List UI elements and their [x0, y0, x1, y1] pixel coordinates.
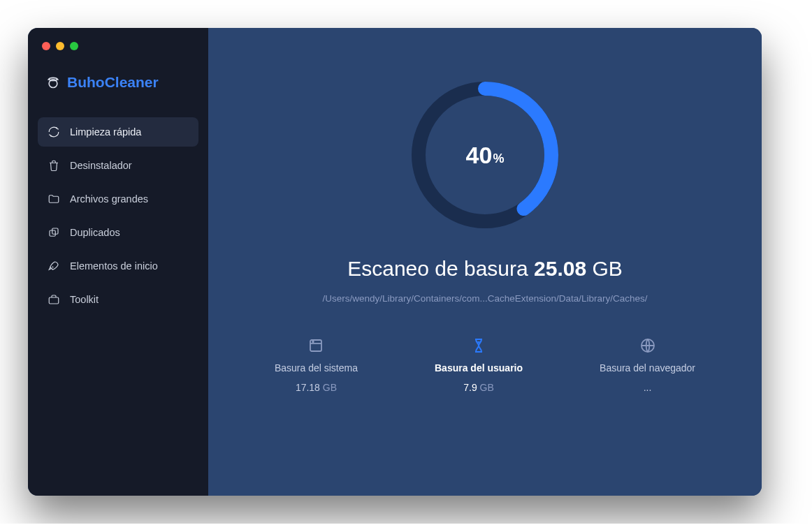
svg-rect-3: [49, 297, 59, 304]
sidebar-item-label: Elementos de inicio: [70, 260, 158, 272]
sidebar-item-label: Toolkit: [70, 294, 99, 305]
owl-icon: [46, 75, 60, 89]
app-title: BuhoCleaner: [67, 74, 159, 91]
category-value: 17.18 GB: [296, 382, 337, 393]
category-system-junk: Basura del sistema 17.18 GB: [275, 337, 358, 393]
sidebar-item-label: Desinstalador: [70, 160, 132, 171]
category-browser-junk: Basura del navegador ...: [600, 337, 695, 393]
refresh-icon: [48, 126, 60, 138]
sidebar-item-label: Limpieza rápida: [70, 126, 141, 138]
category-user-junk: Basura del usuario 7.9 GB: [435, 337, 523, 393]
scan-current-path: /Users/wendy/Library/Containers/com...Ca…: [322, 293, 647, 304]
app-brand: BuhoCleaner: [38, 50, 198, 117]
sidebar-nav: Limpieza rápida Desinstalador Archivos g…: [38, 117, 198, 314]
rocket-icon: [48, 260, 60, 272]
scan-size-unit: GB: [586, 257, 623, 280]
sidebar-item-label: Archivos grandes: [70, 193, 148, 205]
maximize-window-button[interactable]: [70, 42, 78, 50]
sidebar-item-toolkit[interactable]: Toolkit: [38, 285, 198, 314]
minimize-window-button[interactable]: [56, 42, 64, 50]
toolkit-icon: [48, 293, 60, 306]
category-label: Basura del navegador: [600, 362, 695, 374]
duplicates-icon: [48, 226, 60, 239]
main-content: 40 % Escaneo de basura 25.08 GB /Users/w…: [208, 28, 762, 496]
scan-progress-ring: 40 %: [408, 78, 562, 232]
trash-icon: [48, 159, 60, 172]
sidebar-item-uninstaller[interactable]: Desinstalador: [38, 151, 198, 180]
scan-title: Escaneo de basura 25.08 GB: [347, 257, 623, 281]
progress-percent-value: 40: [466, 142, 493, 169]
close-window-button[interactable]: [42, 42, 50, 50]
progress-percent: 40 %: [408, 78, 562, 232]
scan-title-prefix: Escaneo de basura: [347, 257, 534, 280]
category-label: Basura del sistema: [275, 362, 358, 374]
window-controls: [38, 40, 198, 50]
scan-categories: Basura del sistema 17.18 GB Basura del u…: [275, 337, 695, 393]
svg-point-7: [313, 341, 314, 343]
disk-icon: [307, 337, 324, 354]
globe-icon: [639, 337, 656, 354]
category-label: Basura del usuario: [435, 362, 523, 374]
progress-percent-symbol: %: [493, 151, 504, 166]
category-value: 7.9 GB: [463, 382, 494, 393]
sidebar-item-startup[interactable]: Elementos de inicio: [38, 251, 198, 281]
folder-icon: [48, 193, 60, 205]
sidebar-item-large-files[interactable]: Archivos grandes: [38, 184, 198, 214]
sidebar-item-duplicates[interactable]: Duplicados: [38, 218, 198, 247]
category-value: ...: [644, 382, 652, 393]
sidebar-item-label: Duplicados: [70, 227, 120, 238]
app-window: BuhoCleaner Limpieza rápida Desinstalado…: [28, 28, 762, 496]
sidebar: BuhoCleaner Limpieza rápida Desinstalado…: [28, 28, 208, 496]
sidebar-item-quick-clean[interactable]: Limpieza rápida: [38, 117, 198, 147]
hourglass-icon: [470, 337, 487, 354]
scan-size-value: 25.08: [534, 257, 586, 280]
